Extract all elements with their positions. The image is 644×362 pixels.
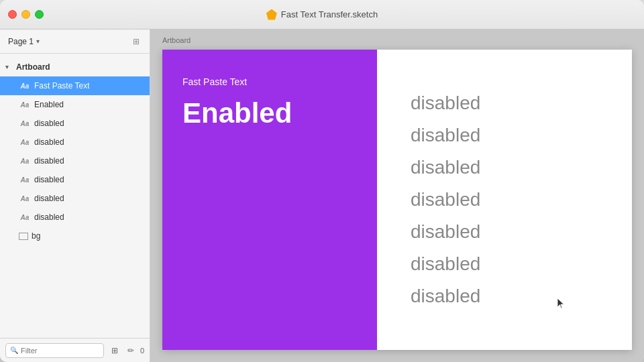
text-icon: Aa [19,192,31,204]
layer-label: disabled [34,213,64,222]
app-window: Fast Text Transfer.sketch Page 1 ▾ ⊞ ▾ A… [0,0,644,362]
titlebar: Fast Text Transfer.sketch [0,0,644,29]
disabled-item-7: disabled [411,282,598,310]
layer-fast-paste-text[interactable]: Aa Fast Paste Text [0,76,150,95]
filter-input[interactable] [21,347,99,355]
canvas-artboard-label: Artboard [162,36,191,44]
disabled-item-1: disabled [411,89,598,117]
sidebar-footer: 🔍 ⊞ ✏ 0 [0,338,150,362]
minimize-button[interactable] [21,10,30,19]
traffic-lights [8,10,44,19]
text-icon: Aa [19,174,31,186]
edit-icon[interactable]: ✏ [124,344,138,357]
artboard-big-title: Enabled [182,98,357,129]
text-icon: Aa [19,155,31,167]
text-icon: Aa [19,99,31,111]
disabled-item-2: disabled [411,121,598,149]
disabled-item-5: disabled [411,218,598,246]
layer-label: disabled [34,137,64,147]
cursor-indicator [557,298,565,310]
text-icon: Aa [19,80,31,92]
grid-icon[interactable]: ⊞ [131,36,142,47]
layer-label: disabled [34,194,64,203]
sidebar: Page 1 ▾ ⊞ ▾ Artboard Aa Fast Paste Text… [0,29,150,362]
page-chevron-icon[interactable]: ▾ [36,38,40,45]
layer-disabled-4[interactable]: Aa disabled [0,170,150,189]
layer-label: disabled [34,175,64,184]
window-title-group: Fast Text Transfer.sketch [266,9,378,20]
text-icon: Aa [19,117,31,129]
artboard-left-panel: Fast Paste Text Enabled [162,50,377,350]
text-icon: Aa [19,136,31,148]
maximize-button[interactable] [35,10,44,19]
layer-bg[interactable]: bg [0,227,150,245]
layer-disabled-5[interactable]: Aa disabled [0,189,150,208]
window-title: Fast Text Transfer.sketch [281,9,378,19]
layer-label: bg [32,231,40,241]
layer-disabled-6[interactable]: Aa disabled [0,208,150,227]
text-icon: Aa [19,211,31,223]
layer-label: disabled [34,119,64,128]
rect-icon [19,233,28,240]
artboard: Fast Paste Text Enabled disabled disable… [162,50,632,350]
search-icon: 🔍 [10,347,18,354]
expand-arrow-icon: ▾ [5,64,15,70]
layer-disabled-1[interactable]: Aa disabled [0,114,150,133]
layer-label: Fast Paste Text [34,81,89,90]
layer-label: Enabled [34,100,64,109]
main-layout: Page 1 ▾ ⊞ ▾ Artboard Aa Fast Paste Text… [0,29,644,362]
filter-input-wrapper[interactable]: 🔍 [5,343,104,358]
artboard-right-panel: disabled disabled disabled disabled disa… [377,50,632,350]
sketch-icon [266,9,277,20]
layer-disabled-3[interactable]: Aa disabled [0,152,150,170]
disabled-item-4: disabled [411,186,598,214]
artboard-label: Artboard [16,62,50,72]
layer-label: disabled [34,156,64,166]
artboard-layer[interactable]: ▾ Artboard [0,58,150,76]
canvas-area[interactable]: Artboard Fast Paste Text Enabled disable… [150,29,644,362]
artboard-small-title: Fast Paste Text [182,76,357,87]
edit-badge: 0 [140,347,144,355]
sidebar-header: Page 1 ▾ ⊞ [0,29,150,54]
layer-disabled-2[interactable]: Aa disabled [0,133,150,152]
disabled-item-6: disabled [411,250,598,278]
disabled-item-3: disabled [411,154,598,182]
footer-icons: ⊞ ✏ 0 [108,344,144,357]
layer-enabled[interactable]: Aa Enabled [0,95,150,114]
layers-panel: ▾ Artboard Aa Fast Paste Text Aa Enabled… [0,54,150,338]
close-button[interactable] [8,10,17,19]
layers-icon[interactable]: ⊞ [108,344,121,357]
page-label[interactable]: Page 1 [8,37,34,46]
